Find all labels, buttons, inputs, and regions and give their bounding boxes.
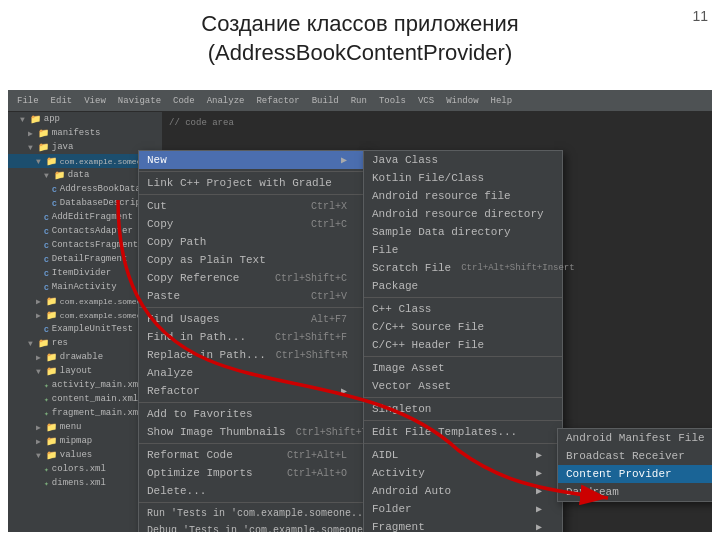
menu-new-package[interactable]: Package (364, 277, 562, 295)
menu-item-refactor[interactable]: Refactor▶ (139, 382, 367, 400)
menu-item-link-cpp[interactable]: Link C++ Project with Gradle (139, 174, 367, 192)
toolbar-code[interactable]: Code (168, 94, 200, 108)
menu-item-replace-path[interactable]: Replace in Path...Ctrl+Shift+R (139, 346, 367, 364)
menu-item-paste[interactable]: PasteCtrl+V (139, 287, 367, 305)
menu-new-cpp-header[interactable]: C/C++ Header File (364, 336, 562, 354)
menu-item-copy[interactable]: CopyCtrl+C (139, 215, 367, 233)
menu-item-analyze[interactable]: Analyze (139, 364, 367, 382)
menu-new-fragment[interactable]: Fragment▶ (364, 518, 562, 532)
menu-item-show-thumbnails[interactable]: Show Image ThumbnailsCtrl+Shift+T (139, 423, 367, 441)
menu-new-cpp-class[interactable]: C++ Class (364, 300, 562, 318)
toolbar-run[interactable]: Run (346, 94, 372, 108)
menu-new-android-auto[interactable]: Android Auto▶ (364, 482, 562, 500)
menu-new-android-resource-dir[interactable]: Android resource directory (364, 205, 562, 223)
menu-other-broadcast-receiver[interactable]: Broadcast Receiver (558, 447, 712, 465)
menu-item-find-usages[interactable]: Find UsagesAlt+F7 (139, 310, 367, 328)
toolbar-window[interactable]: Window (441, 94, 483, 108)
menu-new-cpp-source[interactable]: C/C++ Source File (364, 318, 562, 336)
toolbar-vcs[interactable]: VCS (413, 94, 439, 108)
toolbar-view[interactable]: View (79, 94, 111, 108)
menu-new-kotlin[interactable]: Kotlin File/Class (364, 169, 562, 187)
menu-other-content-provider[interactable]: Content Provider (558, 465, 712, 483)
menu-item-run-tests[interactable]: Run 'Tests in 'com.example.someone...' (139, 505, 367, 522)
page-title: Создание классов приложения (AddressBook… (0, 0, 720, 75)
tree-item-app[interactable]: ▼📁 app (8, 112, 162, 126)
page-number: 11 (692, 8, 708, 24)
menu-item-optimize-imports[interactable]: Optimize ImportsCtrl+Alt+O (139, 464, 367, 482)
toolbar-refactor[interactable]: Refactor (251, 94, 304, 108)
toolbar-navigate[interactable]: Navigate (113, 94, 166, 108)
menu-item-copy-reference[interactable]: Copy ReferenceCtrl+Shift+C (139, 269, 367, 287)
menu-other-daydream[interactable]: Daydream (558, 483, 712, 501)
menu-item-delete[interactable]: Delete... (139, 482, 367, 500)
menu-new-java-class[interactable]: Java Class (364, 151, 562, 169)
menu-new-file[interactable]: File (364, 241, 562, 259)
menu-new-image-asset[interactable]: Image Asset (364, 359, 562, 377)
menu-new-sample-data[interactable]: Sample Data directory (364, 223, 562, 241)
ide-toolbar: File Edit View Navigate Code Analyze Ref… (8, 90, 712, 112)
menu-item-add-favorites[interactable]: Add to Favorites (139, 405, 367, 423)
context-menu-main: New▶ Link C++ Project with Gradle CutCtr… (138, 150, 368, 532)
menu-new-activity[interactable]: Activity▶ (364, 464, 562, 482)
toolbar-analyze[interactable]: Analyze (202, 94, 250, 108)
menu-new-aidl[interactable]: AIDL▶ (364, 446, 562, 464)
menu-new-singleton[interactable]: Singleton (364, 400, 562, 418)
toolbar-file[interactable]: File (12, 94, 44, 108)
menu-new-vector-asset[interactable]: Vector Asset (364, 377, 562, 395)
toolbar-edit[interactable]: Edit (46, 94, 78, 108)
context-menu-new: Java Class Kotlin File/Class Android res… (363, 150, 563, 532)
menu-new-scratch[interactable]: Scratch FileCtrl+Alt+Shift+Insert (364, 259, 562, 277)
menu-new-folder[interactable]: Folder▶ (364, 500, 562, 518)
menu-item-cut[interactable]: CutCtrl+X (139, 197, 367, 215)
menu-item-reformat[interactable]: Reformat CodeCtrl+Alt+L (139, 446, 367, 464)
menu-item-debug-tests[interactable]: Debug 'Tests in 'com.example.someone...' (139, 522, 367, 532)
toolbar-build[interactable]: Build (307, 94, 344, 108)
toolbar-help[interactable]: Help (486, 94, 518, 108)
tree-item-manifests[interactable]: ▶📁 manifests (8, 126, 162, 140)
menu-item-new[interactable]: New▶ (139, 151, 367, 169)
screenshot-area: File Edit View Navigate Code Analyze Ref… (8, 90, 712, 532)
menu-new-edit-templates[interactable]: Edit File Templates... (364, 423, 562, 441)
menu-item-copy-path[interactable]: Copy Path (139, 233, 367, 251)
menu-item-copy-plain[interactable]: Copy as Plain Text (139, 251, 367, 269)
toolbar-tools[interactable]: Tools (374, 94, 411, 108)
menu-other-android-manifest[interactable]: Android Manifest File (558, 429, 712, 447)
context-menu-other: Android Manifest File Broadcast Receiver… (557, 428, 712, 502)
menu-new-android-resource[interactable]: Android resource file (364, 187, 562, 205)
menu-item-find-path[interactable]: Find in Path...Ctrl+Shift+F (139, 328, 367, 346)
